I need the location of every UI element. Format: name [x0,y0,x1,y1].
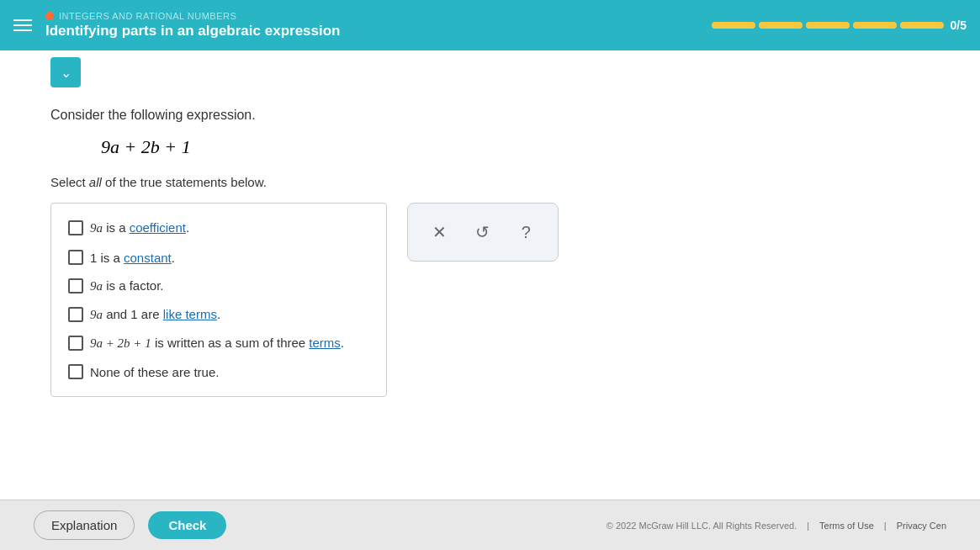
close-button[interactable]: ✕ [425,217,454,247]
checkbox-3[interactable] [68,278,83,294]
explanation-button[interactable]: Explanation [34,510,135,540]
progress-seg-2 [759,22,803,29]
options-container: 9a is a coefficient. 1 is a constant. 9a… [50,203,930,397]
option-5: 9a + 2b + 1 is written as a sum of three… [65,329,373,357]
math-expression: 9a + 2b + 1 [101,136,930,158]
option-1-math: 9a [90,221,103,235]
option-4: 9a and 1 are like terms. [65,300,373,329]
close-icon: ✕ [432,222,447,242]
option-6: None of these are true. [65,357,373,386]
question-intro: Consider the following expression. [50,108,930,123]
dot-indicator [45,12,54,20]
option-4-text: 9a and 1 are like terms. [90,307,220,322]
copyright-text: © 2022 McGraw Hill LLC. All Rights Reser… [607,521,797,531]
option-4-math-a: 9a [90,308,103,321]
select-instruction: Select all of the true statements below. [50,175,930,189]
option-2-text: 1 is a constant. [90,251,175,265]
undo-icon: ↺ [475,222,490,242]
option-1: 9a is a coefficient. [65,214,373,243]
main-content: Consider the following expression. 9a + … [0,94,980,500]
terms-of-use-link[interactable]: Terms of Use [819,521,874,531]
header-main-title: Identifying parts in an algebraic expres… [45,23,712,40]
checkbox-2[interactable] [68,250,83,265]
header-subtitle-text: INTEGERS AND RATIONAL NUMBERS [59,11,236,21]
option-3-math: 9a [90,279,103,293]
option-1-text: 9a is a coefficient. [90,220,189,235]
sub-header: ⌄ [0,50,980,94]
options-box: 9a is a coefficient. 1 is a constant. 9a… [50,203,387,397]
constant-link[interactable]: constant [124,251,172,265]
like-terms-link[interactable]: like terms [163,307,217,321]
checkbox-1[interactable] [68,220,83,235]
header-title-section: INTEGERS AND RATIONAL NUMBERS Identifyin… [45,11,712,40]
instruction-rest: of the true statements below. [102,175,267,189]
option-6-text: None of these are true. [90,365,219,379]
help-icon: ? [522,223,531,242]
progress-section: 0/5 [712,19,967,32]
progress-seg-1 [712,22,755,29]
option-3: 9a is a factor. [65,272,373,300]
footer: Explanation Check © 2022 McGraw Hill LLC… [0,500,980,550]
privacy-link[interactable]: Privacy Cen [897,521,946,531]
progress-bar [712,22,944,29]
option-5-math: 9a + 2b + 1 [90,336,151,350]
option-3-text: 9a is a factor. [90,278,164,294]
instruction-text: Select [50,175,89,189]
help-button[interactable]: ? [511,217,541,247]
action-panel: ✕ ↺ ? [407,203,559,262]
terms-link[interactable]: terms [309,336,341,350]
header: INTEGERS AND RATIONAL NUMBERS Identifyin… [0,0,980,50]
option-2: 1 is a constant. [65,243,373,272]
progress-seg-5 [900,22,944,29]
option-5-text: 9a + 2b + 1 is written as a sum of three… [90,336,344,351]
chevron-down-button[interactable]: ⌄ [50,57,81,87]
header-subtitle: INTEGERS AND RATIONAL NUMBERS [45,11,712,21]
divider-1: | [807,521,809,531]
undo-button[interactable]: ↺ [468,217,497,247]
check-button[interactable]: Check [148,511,226,539]
divider-2: | [884,521,887,531]
progress-score: 0/5 [951,19,967,32]
checkbox-6[interactable] [68,364,83,379]
menu-icon[interactable] [13,19,32,31]
instruction-italic: all [89,175,102,189]
coefficient-link[interactable]: coefficient [130,220,186,235]
progress-seg-4 [853,22,897,29]
checkbox-5[interactable] [68,336,83,351]
footer-copyright: © 2022 McGraw Hill LLC. All Rights Reser… [607,521,946,531]
progress-seg-3 [806,22,850,29]
checkbox-4[interactable] [68,307,83,322]
